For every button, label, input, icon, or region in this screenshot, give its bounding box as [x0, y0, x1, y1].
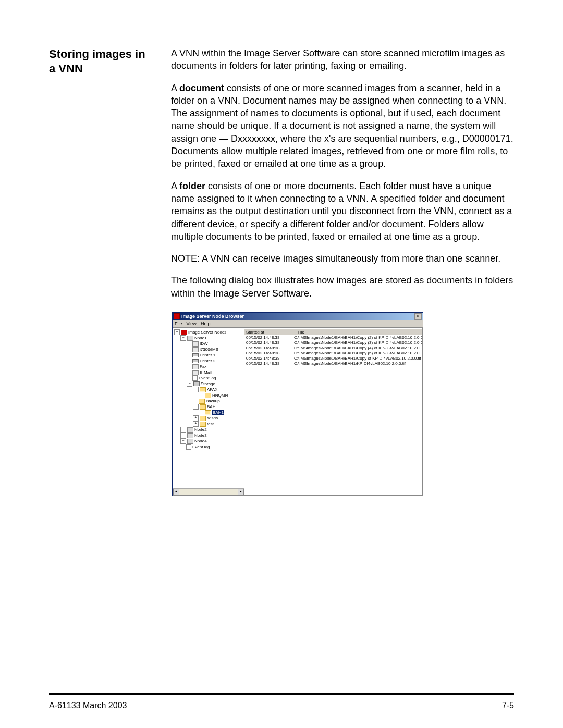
- col-file[interactable]: File: [296, 328, 422, 335]
- expand-toggle[interactable]: −: [193, 404, 199, 410]
- computer-icon: [187, 427, 193, 433]
- tree-node3[interactable]: Node3: [194, 433, 207, 438]
- tree-idw[interactable]: IDW: [200, 341, 208, 347]
- expand-toggle[interactable]: +: [180, 427, 186, 433]
- tree-root[interactable]: Image Server Nodes: [188, 329, 226, 335]
- p3-b-bold: folder: [179, 181, 205, 191]
- cell-started: 05/15/02 14:48:38: [246, 361, 294, 366]
- para-document: A document consists of one or more scann…: [171, 82, 514, 170]
- scroll-right-button[interactable]: ▸: [238, 489, 244, 495]
- cell-file: C:\IMSImages\Node1\BAH\BAH1\Copy (2) of …: [294, 335, 422, 340]
- para-folder: A folder consists of one or more documen…: [171, 180, 514, 243]
- list-row[interactable]: 05/15/02 14:48:38C:\IMSImages\Node1\BAH\…: [244, 335, 422, 340]
- cell-file: C:\IMSImages\Node1\BAH\BAH1\KP-DI4vLAB02…: [294, 361, 422, 366]
- list-row[interactable]: 05/15/02 14:48:38C:\IMSImages\Node1\BAH\…: [244, 361, 422, 366]
- tree-afax[interactable]: AFAX: [207, 387, 217, 392]
- log-icon: [192, 375, 198, 381]
- cell-started: 05/15/02 14:48:38: [246, 335, 294, 340]
- expand-toggle[interactable]: +: [180, 433, 186, 438]
- titlebar: Image Server Node Browser ×: [173, 313, 423, 320]
- list-row[interactable]: 05/15/02 14:48:38C:\IMSImages\Node1\BAH\…: [244, 356, 422, 361]
- expand-toggle[interactable]: +: [193, 415, 199, 421]
- cell-started: 05/15/02 14:48:38: [246, 346, 294, 351]
- tree-test[interactable]: test: [207, 421, 214, 427]
- menu-view[interactable]: View: [187, 320, 197, 327]
- folder-open-icon: [205, 410, 211, 415]
- device-icon: [192, 347, 199, 352]
- tree-i7300[interactable]: i7300/IMS: [200, 347, 218, 352]
- device-icon: [192, 341, 199, 347]
- footer-rule: [49, 693, 514, 695]
- printer-icon: [192, 359, 199, 363]
- list-row[interactable]: 05/15/02 14:48:38C:\IMSImages\Node1\BAH\…: [244, 340, 422, 346]
- cell-file: C:\IMSImages\Node1\BAH\BAH1\Copy (4) of …: [294, 346, 422, 351]
- close-button[interactable]: ×: [414, 313, 422, 320]
- menu-file[interactable]: File: [175, 320, 182, 327]
- tree-backup[interactable]: Backup: [206, 398, 220, 404]
- horizontal-scrollbar[interactable]: ◂ ▸: [173, 488, 244, 495]
- tree-hnqmn[interactable]: HNQMN: [212, 392, 228, 398]
- expand-toggle[interactable]: −: [174, 329, 180, 335]
- storage-icon: [193, 381, 200, 386]
- tree-printer2[interactable]: Printer 2: [200, 358, 215, 364]
- p2-c: consists of one or more scanned images f…: [171, 83, 513, 169]
- tree-bah[interactable]: BAH: [207, 404, 215, 410]
- tree-bah1-selected[interactable]: BAH1: [212, 410, 224, 415]
- menu-help[interactable]: Help: [201, 320, 211, 327]
- p2-a: A: [171, 83, 179, 93]
- window-title: Image Server Node Browser: [181, 313, 244, 320]
- expand-toggle[interactable]: −: [180, 335, 186, 341]
- folder-icon: [200, 422, 206, 427]
- p3-a: A: [171, 181, 179, 191]
- section-heading: Storing images in a VNN: [49, 47, 153, 76]
- tree-eventlog2[interactable]: Event log: [192, 444, 210, 450]
- dialog-window: Image Server Node Browser × File View He…: [172, 312, 423, 496]
- list-pane[interactable]: Started at File 05/15/02 14:48:38C:\IMSI…: [244, 328, 423, 496]
- para-note: NOTE: A VNN can receive images simultane…: [171, 252, 514, 265]
- folder-icon: [200, 416, 206, 421]
- tree-email[interactable]: E-Mail: [200, 369, 212, 375]
- list-row[interactable]: 05/15/02 14:48:38C:\IMSImages\Node1\BAH\…: [244, 351, 422, 356]
- footer-left: A-61133 March 2003: [49, 701, 127, 710]
- list-row[interactable]: 05/15/02 14:48:38C:\IMSImages\Node1\BAH\…: [244, 346, 422, 351]
- email-icon: [192, 370, 199, 375]
- cell-file: C:\IMSImages\Node1\BAH\BAH1\Copy of KP-D…: [294, 356, 422, 361]
- menubar: File View Help: [173, 320, 423, 328]
- cell-started: 05/15/02 14:48:38: [246, 340, 294, 346]
- cell-file: C:\IMSImages\Node1\BAH\BAH1\Copy (5) of …: [294, 351, 422, 356]
- tree-printer1[interactable]: Printer 1: [200, 352, 215, 358]
- fax-icon: [192, 364, 199, 369]
- scroll-track[interactable]: [179, 489, 238, 495]
- tree-node2[interactable]: Node2: [194, 427, 207, 433]
- p2-b-bold: document: [179, 83, 224, 93]
- p3-c: consists of one or more documents. Each …: [171, 181, 512, 242]
- col-started[interactable]: Started at: [244, 328, 296, 335]
- app-icon: [174, 313, 180, 319]
- tree-node4[interactable]: Node4: [194, 438, 207, 444]
- root-icon: [181, 330, 187, 335]
- folder-icon: [205, 393, 211, 398]
- tree-node1[interactable]: Node1: [194, 335, 207, 341]
- footer-right: 7-5: [502, 701, 514, 710]
- para-dialog-intro: The following dialog box illustrates how…: [171, 274, 514, 300]
- tree-eventlog[interactable]: Event log: [199, 375, 216, 381]
- computer-icon: [187, 433, 193, 438]
- expand-toggle[interactable]: +: [180, 438, 186, 444]
- printer-icon: [192, 353, 199, 357]
- tree-sdsds[interactable]: sdsds: [207, 415, 218, 421]
- computer-icon: [187, 439, 193, 444]
- tree-fax[interactable]: Fax: [200, 364, 206, 369]
- expand-toggle[interactable]: −: [187, 381, 192, 387]
- folder-open-icon: [200, 404, 206, 410]
- cell-started: 05/15/02 14:48:38: [246, 356, 294, 361]
- computer-icon: [187, 336, 193, 341]
- list-header: Started at File: [244, 328, 422, 335]
- para-intro: A VNN within the Image Server Software c…: [171, 47, 514, 72]
- folder-icon: [199, 399, 205, 404]
- expand-toggle[interactable]: −: [193, 387, 199, 392]
- scroll-left-button[interactable]: ◂: [173, 489, 179, 495]
- tree-pane[interactable]: −Image Server Nodes −Node1 IDW i7300/IMS…: [173, 328, 244, 496]
- expand-toggle[interactable]: +: [193, 421, 199, 427]
- tree-storage[interactable]: Storage: [201, 381, 215, 387]
- folder-open-icon: [200, 387, 206, 392]
